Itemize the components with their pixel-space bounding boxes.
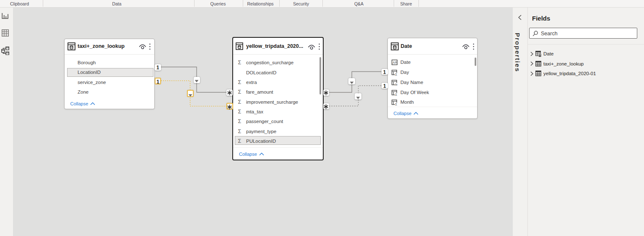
svg-text:Σ: Σ — [395, 73, 397, 76]
svg-text:Σ: Σ — [395, 102, 397, 106]
svg-text:A: A — [392, 60, 395, 64]
svg-text:fx: fx — [395, 83, 397, 86]
svg-text:Σ: Σ — [395, 93, 397, 96]
